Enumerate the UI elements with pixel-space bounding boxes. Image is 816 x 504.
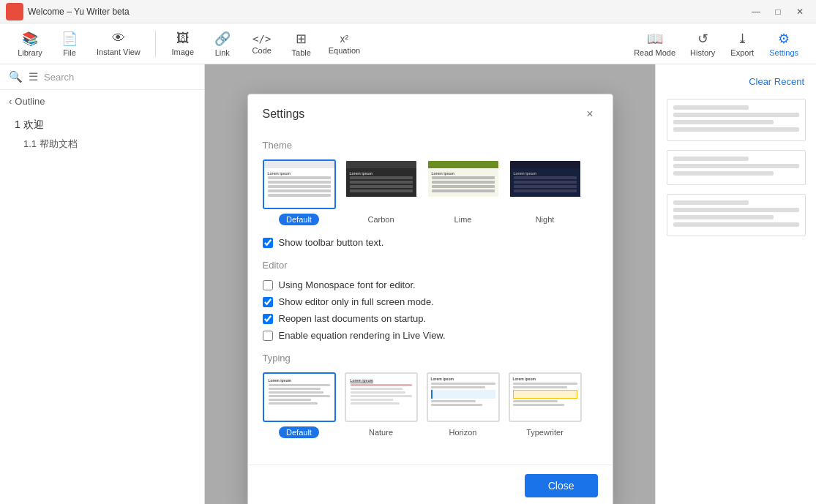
read-mode-label: Read Mode — [634, 48, 675, 57]
link-icon: 🔗 — [214, 31, 231, 47]
theme-card-carbon[interactable]: Lorem ipsum Carbon — [345, 159, 418, 225]
toolbar-read-mode[interactable]: 📖 Read Mode — [628, 26, 681, 61]
typing-preview-horizon: Lorem ipsum — [427, 372, 500, 422]
preview-card-1 — [667, 99, 806, 141]
theme-preview-night: Lorem ipsum — [509, 159, 582, 209]
preview-card-2 — [667, 150, 806, 185]
typing-card-horizon[interactable]: Lorem ipsum Horizon — [427, 372, 500, 438]
outline-item-1[interactable]: 1 欢迎 — [0, 116, 204, 135]
equation-rendering-label: Enable equation rendering in Live View. — [279, 330, 446, 341]
read-mode-icon: 📖 — [647, 31, 663, 47]
monospace-input[interactable] — [263, 280, 273, 290]
link-label: Link — [215, 48, 230, 57]
outline-header[interactable]: ‹ Outline — [0, 90, 204, 113]
sidebar-nav: 🔍 ☰ Search — [0, 64, 204, 90]
show-toolbar-text-input[interactable] — [263, 238, 273, 248]
code-label: Code — [252, 46, 272, 55]
editor-checkbox-group: Using Monospace font for editor. Show ed… — [263, 279, 598, 341]
toolbar-code[interactable]: </> Code — [244, 26, 280, 61]
preview-card-3 — [667, 194, 806, 236]
settings-label: Settings — [769, 48, 798, 57]
theme-preview-lime: Lorem ipsum — [427, 159, 500, 209]
search-icon[interactable]: 🔍 — [9, 70, 23, 83]
toolbar-checkbox-group: Show toolbar button text. — [263, 237, 598, 248]
toolbar-history[interactable]: ↺ History — [684, 26, 721, 61]
typing-card-nature[interactable]: Lorem ipsum Nature — [345, 372, 418, 438]
toolbar-settings[interactable]: ⚙ Settings — [763, 26, 804, 61]
outline-item-1-text: 欢迎 — [23, 119, 44, 130]
toolbar-right-group: 📖 Read Mode ↺ History ⤓ Export ⚙ Setting… — [628, 26, 804, 61]
file-label: File — [63, 48, 76, 57]
typing-default-badge: Default — [279, 426, 319, 438]
dialog-close-btn[interactable]: Close — [525, 474, 598, 497]
full-screen-input[interactable] — [263, 297, 273, 307]
clear-recent-button[interactable]: Clear Recent — [749, 76, 810, 87]
editor-section-title: Editor — [263, 260, 598, 271]
table-label: Table — [292, 48, 311, 57]
typing-typewriter-badge: Typewriter — [519, 426, 571, 438]
outline-content: 1 欢迎 1.1 帮助文档 — [0, 113, 204, 157]
monospace-checkbox[interactable]: Using Monospace font for editor. — [263, 279, 598, 290]
theme-section-title: Theme — [263, 140, 598, 151]
dialog-close-button[interactable]: × — [582, 106, 597, 122]
typing-preview-default: Lorem ipsum — [263, 372, 336, 422]
sidebar: 🔍 ☰ Search ‹ Outline 1 欢迎 1.1 帮助文档 — [0, 64, 205, 504]
image-icon: 🖼 — [176, 31, 190, 46]
theme-card-night[interactable]: Lorem ipsum Night — [509, 159, 582, 225]
outline-item-1-1-number: 1.1 — [23, 138, 40, 149]
library-icon: 📚 — [22, 31, 38, 47]
theme-default-body: Lorem ipsum — [264, 168, 334, 201]
toolbar-instant-view[interactable]: 👁 Instant View — [91, 26, 146, 61]
dialog-header: Settings × — [248, 94, 613, 128]
full-screen-checkbox[interactable]: Show editor only in full screen mode. — [263, 296, 598, 307]
main-toolbar: 📚 Library 📄 File 👁 Instant View 🖼 Image … — [0, 23, 816, 64]
code-icon: </> — [252, 33, 271, 45]
typing-section-title: Typing — [263, 353, 598, 364]
list-icon[interactable]: ☰ — [29, 70, 38, 83]
image-label: Image — [171, 48, 194, 56]
minimize-button[interactable]: — — [746, 1, 766, 22]
outline-item-1-1[interactable]: 1.1 帮助文档 — [0, 135, 204, 154]
typing-card-default[interactable]: Lorem ipsum Default — [263, 372, 336, 438]
theme-card-lime[interactable]: Lorem ipsum Lime — [427, 159, 500, 225]
typing-preview-typewriter: Lorem ipsum — [509, 372, 582, 422]
typing-horizon-badge: Horizon — [442, 426, 484, 438]
maximize-button[interactable]: □ — [768, 1, 788, 22]
typing-card-typewriter[interactable]: Lorem ipsum Typewriter — [509, 372, 582, 438]
reopen-docs-input[interactable] — [263, 314, 273, 324]
toolbar-file[interactable]: 📄 File — [51, 26, 88, 61]
show-toolbar-text-checkbox[interactable]: Show toolbar button text. — [263, 237, 598, 248]
toolbar-link[interactable]: 🔗 Link — [204, 26, 241, 61]
theme-card-default[interactable]: Lorem ipsum Default — [263, 159, 336, 225]
show-toolbar-text-label: Show toolbar button text. — [279, 237, 384, 248]
equation-label: Equation — [329, 46, 360, 55]
export-label: Export — [730, 48, 754, 57]
theme-preview-default: Lorem ipsum — [263, 159, 336, 209]
equation-rendering-input[interactable] — [263, 331, 273, 341]
close-button[interactable]: ✕ — [790, 1, 810, 22]
settings-dialog: Settings × Theme Lorem ipsum — [247, 94, 613, 504]
main-container: 🔍 ☰ Search ‹ Outline 1 欢迎 1.1 帮助文档 Setti… — [0, 64, 816, 504]
full-screen-label: Show editor only in full screen mode. — [279, 296, 434, 307]
typing-preview-nature: Lorem ipsum — [345, 372, 418, 422]
export-icon: ⤓ — [737, 31, 748, 47]
theme-grid: Lorem ipsum Default — [263, 159, 598, 225]
toolbar-equation[interactable]: x² Equation — [323, 26, 366, 61]
toolbar-library[interactable]: 📚 Library — [12, 26, 48, 61]
reopen-docs-label: Reopen last documents on startup. — [279, 313, 427, 324]
sidebar-search-label: Search — [44, 72, 195, 83]
settings-icon: ⚙ — [778, 31, 790, 47]
instant-view-label: Instant View — [97, 48, 141, 56]
toolbar-image[interactable]: 🖼 Image — [165, 26, 201, 61]
history-label: History — [690, 48, 715, 57]
toolbar-table[interactable]: ⊞ Table — [283, 26, 320, 61]
right-panel: Clear Recent — [655, 64, 816, 504]
window-controls: — □ ✕ — [746, 1, 810, 22]
typing-nature-badge: Nature — [362, 426, 400, 438]
reopen-docs-checkbox[interactable]: Reopen last documents on startup. — [263, 313, 598, 324]
toolbar-insert-group: 🖼 Image 🔗 Link </> Code ⊞ Table x² Equat… — [165, 26, 366, 61]
toolbar-export[interactable]: ⤓ Export — [724, 26, 760, 61]
table-icon: ⊞ — [296, 31, 307, 47]
title-bar: Welcome – Yu Writer beta — □ ✕ — [0, 0, 816, 23]
equation-rendering-checkbox[interactable]: Enable equation rendering in Live View. — [263, 330, 598, 341]
